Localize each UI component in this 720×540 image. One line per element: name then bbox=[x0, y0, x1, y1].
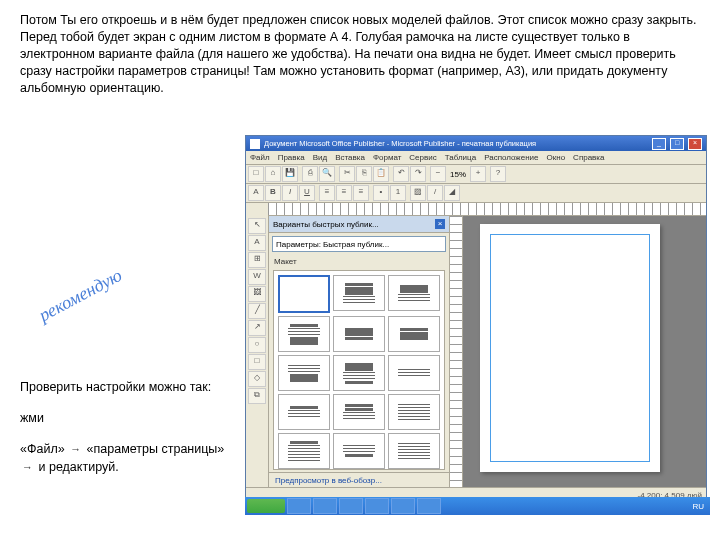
pointer-icon[interactable]: ↖ bbox=[248, 218, 266, 234]
menu-edit[interactable]: Правка bbox=[278, 153, 305, 162]
arrow-icon: → bbox=[70, 441, 81, 458]
check-line2: жми bbox=[20, 409, 230, 428]
bold-icon[interactable]: B bbox=[265, 185, 281, 201]
publisher-screenshot: Документ Microsoft Office Publisher - Mi… bbox=[245, 135, 707, 497]
template-thumb[interactable] bbox=[388, 275, 440, 311]
picture-icon[interactable]: 🖼 bbox=[248, 286, 266, 302]
taskbar-item[interactable] bbox=[365, 498, 389, 514]
wordart-icon[interactable]: W bbox=[248, 269, 266, 285]
arrow-tool-icon[interactable]: ↗ bbox=[248, 320, 266, 336]
canvas-area[interactable] bbox=[450, 216, 706, 487]
preview-link[interactable]: Предпросмотр в веб-обозр... bbox=[269, 472, 449, 487]
align-left-icon[interactable]: ≡ bbox=[319, 185, 335, 201]
print-icon[interactable]: ⎙ bbox=[302, 166, 318, 182]
shapes-icon[interactable]: ◇ bbox=[248, 371, 266, 387]
check-path: «Файл» → «параметры страницы» → и редакт… bbox=[20, 440, 230, 478]
rect-icon[interactable]: □ bbox=[248, 354, 266, 370]
panel-section-label: Макет bbox=[269, 255, 449, 268]
start-button[interactable] bbox=[247, 499, 285, 513]
window-titlebar: Документ Microsoft Office Publisher - Mi… bbox=[246, 136, 706, 151]
bullets-icon[interactable]: • bbox=[373, 185, 389, 201]
menu-format[interactable]: Формат bbox=[373, 153, 401, 162]
template-thumb[interactable] bbox=[278, 355, 330, 391]
template-thumb[interactable] bbox=[388, 355, 440, 391]
align-center-icon[interactable]: ≡ bbox=[336, 185, 352, 201]
open-icon[interactable]: ⌂ bbox=[265, 166, 281, 182]
zoom-level[interactable]: 15% bbox=[447, 170, 469, 179]
line-icon[interactable]: / bbox=[427, 185, 443, 201]
check-line1: Проверить настройки можно так: bbox=[20, 378, 230, 397]
template-thumb[interactable] bbox=[388, 316, 440, 352]
paste-icon[interactable]: 📋 bbox=[373, 166, 389, 182]
template-thumb[interactable] bbox=[333, 316, 385, 352]
minimize-button[interactable]: _ bbox=[652, 138, 666, 150]
taskbar-item[interactable] bbox=[391, 498, 415, 514]
document-page[interactable] bbox=[480, 224, 660, 472]
taskbar-item[interactable] bbox=[287, 498, 311, 514]
recommend-watermark: рекомендую bbox=[35, 265, 125, 326]
menu-file[interactable]: Файл bbox=[250, 153, 270, 162]
menu-bar: Файл Правка Вид Вставка Формат Сервис Та… bbox=[246, 151, 706, 165]
template-panel: Варианты быстрых публик... × Параметры: … bbox=[269, 216, 450, 487]
template-thumb[interactable] bbox=[388, 394, 440, 430]
save-icon[interactable]: 💾 bbox=[282, 166, 298, 182]
toolbar-formatting: A B I U ≡ ≡ ≡ • 1 ▨ / ◢ bbox=[246, 184, 706, 203]
menu-help[interactable]: Справка bbox=[573, 153, 604, 162]
text-icon[interactable]: A bbox=[248, 235, 266, 251]
vertical-ruler bbox=[450, 216, 463, 487]
copy-icon[interactable]: ⎘ bbox=[356, 166, 372, 182]
menu-insert[interactable]: Вставка bbox=[335, 153, 365, 162]
menu-window[interactable]: Окно bbox=[547, 153, 566, 162]
arrow-icon: → bbox=[22, 459, 33, 476]
instructions-block: Проверить настройки можно так: жми «Файл… bbox=[20, 378, 230, 477]
panel-dropdown[interactable]: Параметры: Быстрая публик... bbox=[272, 236, 446, 252]
panel-title: Варианты быстрых публик... bbox=[273, 220, 379, 229]
oval-icon[interactable]: ○ bbox=[248, 337, 266, 353]
template-thumb[interactable] bbox=[333, 275, 385, 311]
underline-icon[interactable]: U bbox=[299, 185, 315, 201]
line-tool-icon[interactable]: ╱ bbox=[248, 303, 266, 319]
zoom-in-icon[interactable]: + bbox=[470, 166, 486, 182]
menu-table[interactable]: Таблица bbox=[445, 153, 476, 162]
new-icon[interactable]: □ bbox=[248, 166, 264, 182]
template-thumb[interactable] bbox=[278, 394, 330, 430]
redo-icon[interactable]: ↷ bbox=[410, 166, 426, 182]
font-icon[interactable]: A bbox=[248, 185, 264, 201]
template-grid bbox=[273, 270, 445, 470]
table-tool-icon[interactable]: ⊞ bbox=[248, 252, 266, 268]
app-icon bbox=[250, 139, 260, 149]
taskbar-item[interactable] bbox=[417, 498, 441, 514]
bookmark-icon[interactable]: ⧉ bbox=[248, 388, 266, 404]
toolbar-standard: □ ⌂ 💾 ⎙ 🔍 ✂ ⎘ 📋 ↶ ↷ − 15% + ? bbox=[246, 165, 706, 184]
italic-icon[interactable]: I bbox=[282, 185, 298, 201]
template-thumb[interactable] bbox=[278, 275, 330, 313]
close-button[interactable]: × bbox=[688, 138, 702, 150]
maximize-button[interactable]: □ bbox=[670, 138, 684, 150]
template-thumb[interactable] bbox=[388, 433, 440, 469]
undo-icon[interactable]: ↶ bbox=[393, 166, 409, 182]
align-right-icon[interactable]: ≡ bbox=[353, 185, 369, 201]
menu-view[interactable]: Вид bbox=[313, 153, 327, 162]
preview-icon[interactable]: 🔍 bbox=[319, 166, 335, 182]
taskbar-item[interactable] bbox=[313, 498, 337, 514]
template-thumb[interactable] bbox=[278, 316, 330, 352]
shadow-icon[interactable]: ◢ bbox=[444, 185, 460, 201]
window-title: Документ Microsoft Office Publisher - Mi… bbox=[264, 139, 648, 148]
taskbar-item[interactable] bbox=[339, 498, 363, 514]
zoom-out-icon[interactable]: − bbox=[430, 166, 446, 182]
cut-icon[interactable]: ✂ bbox=[339, 166, 355, 182]
language-indicator[interactable]: RU bbox=[688, 502, 708, 511]
windows-taskbar: RU bbox=[245, 497, 710, 515]
template-thumb[interactable] bbox=[278, 433, 330, 469]
fill-icon[interactable]: ▨ bbox=[410, 185, 426, 201]
menu-arrange[interactable]: Расположение bbox=[484, 153, 538, 162]
panel-close-icon[interactable]: × bbox=[435, 219, 445, 229]
menu-tools[interactable]: Сервис bbox=[409, 153, 436, 162]
template-thumb[interactable] bbox=[333, 394, 385, 430]
numbering-icon[interactable]: 1 bbox=[390, 185, 406, 201]
help-icon[interactable]: ? bbox=[490, 166, 506, 182]
panel-header: Варианты быстрых публик... × bbox=[269, 216, 449, 233]
template-thumb[interactable] bbox=[333, 433, 385, 469]
vertical-toolbox: ↖ A ⊞ W 🖼 ╱ ↗ ○ □ ◇ ⧉ bbox=[246, 216, 269, 487]
template-thumb[interactable] bbox=[333, 355, 385, 391]
